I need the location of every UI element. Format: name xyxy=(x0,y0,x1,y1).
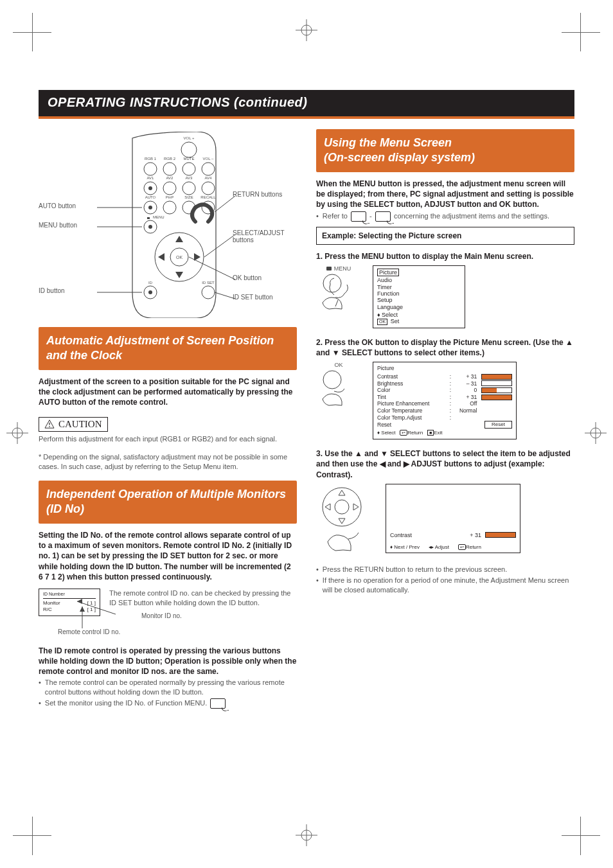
svg-marker-48 xyxy=(158,253,164,261)
svg-text:SIZE: SIZE xyxy=(184,195,193,199)
registration-mark xyxy=(585,422,607,447)
section-id-no: Independent Operation of Multiple Monito… xyxy=(39,481,297,524)
id-body2: The ID remote control is operated by pre… xyxy=(39,646,297,677)
svg-point-24 xyxy=(163,182,176,195)
svg-point-70 xyxy=(323,371,341,389)
svg-text:MENU: MENU xyxy=(153,215,164,219)
crop-mark xyxy=(13,835,51,836)
left-column: VOL + RGB 1 RGB 2 MUTE VOL – AV1 AV2 AV3… xyxy=(39,129,297,710)
svg-marker-47 xyxy=(175,272,183,278)
caution-chip: CAUTION xyxy=(39,417,108,432)
example-box: Example: Selecting the Picture screen xyxy=(316,227,574,245)
svg-point-33 xyxy=(163,201,176,214)
svg-marker-76 xyxy=(353,504,359,510)
label-auto-button: AUTO button xyxy=(39,202,76,209)
caution-body: Perform this adjustment for each input (… xyxy=(39,434,297,444)
refer-line: • Refer to - concerning the adjustment i… xyxy=(316,211,574,222)
svg-marker-68 xyxy=(80,607,85,612)
tail-bullet-1: •Press the RETURN button to return to th… xyxy=(316,565,574,574)
svg-marker-75 xyxy=(325,504,330,510)
picture-menu-row: Tint:+ 31 xyxy=(377,394,512,401)
svg-point-64 xyxy=(49,426,50,427)
svg-rect-41 xyxy=(147,217,150,219)
crop-mark xyxy=(32,817,33,855)
registration-mark xyxy=(296,824,317,849)
remote-diagram: VOL + RGB 1 RGB 2 MUTE VOL – AV1 AV2 AV3… xyxy=(39,132,297,318)
label-select-adjust: SELECT/ADJUST buttons xyxy=(233,229,290,244)
manual-page: OPERATING INSTRUCTIONS (continued) VOL +… xyxy=(0,0,613,868)
crop-mark xyxy=(13,32,51,33)
dpad-press-graphic xyxy=(316,484,374,556)
page-title: OPERATING INSTRUCTIONS (continued) xyxy=(48,95,307,109)
svg-point-28 xyxy=(202,182,215,195)
label-return-buttons: RETURN buttons xyxy=(233,191,282,198)
svg-text:AV4: AV4 xyxy=(205,176,213,180)
right-column: Using the Menu Screen (On-screen display… xyxy=(316,129,574,710)
crop-mark xyxy=(562,32,600,33)
picture-menu-row: Picture Enhancement:Off xyxy=(377,400,512,407)
step-3: 3. Use the ▲ and ▼ SELECT buttons to sel… xyxy=(316,448,574,480)
section-menu-screen: Using the Menu Screen (On-screen display… xyxy=(316,129,574,172)
svg-text:AUTO: AUTO xyxy=(145,195,156,199)
tail-bullet-2: •If there is no operation for a period o… xyxy=(316,576,574,595)
menu-key-icon xyxy=(326,267,332,270)
key-vol-plus: VOL + xyxy=(184,136,195,140)
svg-point-13 xyxy=(144,163,157,175)
crop-mark xyxy=(580,817,581,855)
svg-point-19 xyxy=(202,163,215,175)
ok-press-graphic: OK xyxy=(316,362,361,409)
svg-text:MUTE: MUTE xyxy=(184,157,195,161)
svg-line-59 xyxy=(204,235,235,257)
svg-marker-46 xyxy=(175,236,183,242)
svg-point-15 xyxy=(163,163,176,175)
svg-text:PinP: PinP xyxy=(166,195,174,199)
page-ref-icon xyxy=(210,698,226,709)
crop-mark xyxy=(562,835,600,836)
label-menu-button: MENU button xyxy=(39,222,77,229)
section-auto-adjust: Automatic Adjustment of Screen Position … xyxy=(39,327,297,370)
page-title-bar: OPERATING INSTRUCTIONS (continued) xyxy=(39,90,574,116)
id-bullet-1: •The remote control can be operated norm… xyxy=(39,678,297,697)
svg-text:ID: ID xyxy=(148,281,153,285)
svg-point-53 xyxy=(202,286,215,299)
contrast-box: Contrast + 31 ♦ Next / Prev ◂▸ Adjust ↩R… xyxy=(386,484,520,553)
text-auto-adjust: Adjustment of the screen to a position s… xyxy=(39,376,297,408)
svg-point-31 xyxy=(148,206,152,209)
svg-text:OK: OK xyxy=(176,255,182,260)
main-menu-box: Picture Audio Timer Function Setup Langu… xyxy=(373,265,465,328)
label-monitor-id: Monitor ID no. xyxy=(141,612,297,619)
svg-marker-66 xyxy=(77,599,82,604)
svg-text:AV3: AV3 xyxy=(186,176,193,180)
picture-menu-row: Color:0 xyxy=(377,387,512,394)
picture-menu-row: Contrast:+ 31 xyxy=(377,373,512,380)
label-idset-button: ID SET button xyxy=(233,294,273,301)
svg-point-26 xyxy=(182,182,195,195)
page-ref-icon xyxy=(351,211,366,222)
svg-marker-74 xyxy=(339,518,345,524)
step-2: 2. Press the OK button to display the Pi… xyxy=(316,337,574,358)
svg-text:AV2: AV2 xyxy=(166,176,174,180)
label-id-button: ID button xyxy=(39,287,65,294)
svg-point-69 xyxy=(323,274,341,292)
menu-press-graphic: MENU xyxy=(316,265,361,313)
id-bullet-2: •Set the monitor using the ID No. of Fun… xyxy=(39,698,297,709)
svg-point-40 xyxy=(148,225,152,229)
picture-menu-row: Brightness:– 31 xyxy=(377,380,512,387)
svg-text:RGB 2: RGB 2 xyxy=(164,157,176,161)
svg-point-72 xyxy=(335,500,349,514)
svg-point-71 xyxy=(323,488,361,526)
picture-menu-row: Color Temperature:Normal xyxy=(377,407,512,414)
page-ref-icon xyxy=(375,211,391,222)
svg-line-58 xyxy=(215,196,235,212)
caution-label: CAUTION xyxy=(58,419,102,430)
menu-intro: When the MENU button is pressed, the adj… xyxy=(316,179,574,210)
registration-mark xyxy=(6,422,28,447)
svg-point-51 xyxy=(148,290,152,294)
svg-point-22 xyxy=(148,186,152,190)
svg-text:RECALL: RECALL xyxy=(200,195,216,199)
svg-line-60 xyxy=(189,257,235,279)
picture-menu-row: Color Temp.Adjust: xyxy=(377,414,512,421)
svg-marker-73 xyxy=(339,490,345,495)
remote-svg: VOL + RGB 1 RGB 2 MUTE VOL – AV1 AV2 AV3… xyxy=(42,132,293,318)
svg-point-12 xyxy=(181,142,197,157)
